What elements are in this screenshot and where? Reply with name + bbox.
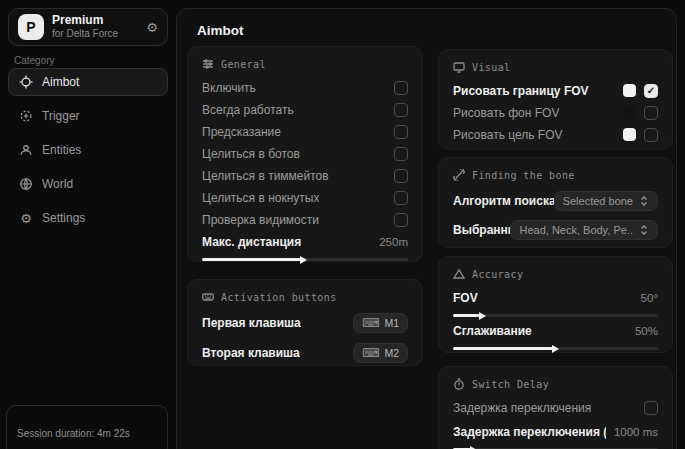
bone-icon: [453, 169, 465, 181]
sidebar-item-world[interactable]: World: [8, 170, 168, 198]
max-distance-slider[interactable]: [202, 258, 408, 261]
checkbox-fov-background[interactable]: [644, 106, 658, 120]
slider-fill[interactable]: [202, 258, 301, 261]
checkbox-fov-border[interactable]: ✓: [644, 84, 658, 98]
slider-label: Сглаживание: [453, 324, 532, 338]
chevrons-up-down-icon: [639, 196, 649, 206]
toggle-label: Проверка видимости: [202, 213, 319, 227]
slider-label: Макс. дистанция: [202, 235, 301, 249]
visual-label: Рисовать фон FOV: [453, 106, 559, 120]
sidebar-item-label: Trigger: [42, 109, 80, 123]
smoothing-slider[interactable]: [453, 347, 658, 350]
card-switch-delay: Switch Delay Задержка переключения Задер…: [438, 366, 673, 449]
toggle-row-target-knocked: Целиться в нокнутых: [202, 190, 408, 205]
bone-label: Выбранные кости: [453, 223, 510, 237]
keyboard-icon: ⌨: [362, 316, 379, 330]
brand-logo: P: [18, 14, 44, 40]
bone-label: Алгоритм поиска кости: [453, 194, 554, 208]
checkbox-fov-target[interactable]: [644, 128, 658, 142]
toggle-label: Целиться в ботов: [202, 147, 300, 161]
card-general: General Включить Всегда работать Предска…: [187, 46, 423, 262]
slider-fill[interactable]: [453, 347, 553, 350]
slider-value: 50%: [635, 325, 658, 337]
slider-fill[interactable]: [453, 314, 480, 317]
brand-card: P Premium for Delta Force ⚙: [8, 8, 168, 46]
keybind-row-secondary: Вторая клавиша ⌨ M2: [202, 343, 408, 363]
sidebar-item-label: Entities: [42, 143, 81, 157]
max-distance-row: Макс. дистанция 250m: [202, 234, 408, 249]
card-visual: Visual Рисовать границу FOV ✓ Рисовать ф…: [438, 49, 673, 150]
timer-icon: [453, 378, 465, 390]
users-icon: [19, 143, 33, 157]
switch-delay-toggle-row: Задержка переключения: [453, 400, 658, 415]
toggle-row-enable: Включить: [202, 80, 408, 95]
toggle-label: Включить: [202, 81, 256, 95]
card-accuracy: Accuracy FOV 50° Сглаживание 50%: [438, 256, 673, 353]
checkbox-target-bots[interactable]: [394, 147, 408, 161]
sidebar-item-settings[interactable]: ⚙ Settings: [8, 204, 168, 232]
visual-row-fov-background: Рисовать фон FOV: [453, 105, 658, 120]
keybind-button-primary[interactable]: ⌨ M1: [353, 313, 408, 333]
slider-value: 50°: [641, 292, 658, 304]
app-window: P Premium for Delta Force ⚙ Category Aim…: [0, 0, 685, 449]
toggle-row-visibility-check: Проверка видимости: [202, 212, 408, 227]
card-general-header: General: [202, 58, 408, 70]
brand-subtitle: for Delta Force: [52, 28, 146, 40]
bone-algorithm-select[interactable]: Selected bone: [554, 191, 658, 211]
bone-row-selected: Выбранные кости Head, Neck, Body, Pe..: [453, 220, 658, 240]
sidebar-item-label: World: [42, 177, 73, 191]
sidebar-item-entities[interactable]: Entities: [8, 136, 168, 164]
color-swatch[interactable]: [623, 128, 636, 141]
slider-label: FOV: [453, 291, 478, 305]
slider-value: 1000 ms: [614, 426, 658, 438]
visual-row-fov-border: Рисовать границу FOV ✓: [453, 83, 658, 98]
keyboard-icon: [202, 291, 214, 303]
bone-row-algorithm: Алгоритм поиска кости Selected bone: [453, 191, 658, 211]
sidebar-item-trigger[interactable]: Trigger: [8, 102, 168, 130]
keybind-value: M2: [384, 347, 399, 359]
toggle-label: Всегда работать: [202, 103, 294, 117]
checkbox-enable[interactable]: [394, 81, 408, 95]
card-title-text: General: [221, 59, 266, 70]
checkbox-prediction[interactable]: [394, 125, 408, 139]
toggle-row-target-teammates: Целиться в тиммейтов: [202, 168, 408, 183]
dropdown-value: Selected bone: [563, 195, 633, 207]
triangle-icon: [453, 268, 465, 280]
checkbox-target-knocked[interactable]: [394, 191, 408, 205]
checkbox-switch-delay[interactable]: [644, 401, 658, 415]
toggle-row-always-work: Всегда работать: [202, 102, 408, 117]
checkbox-visibility-check[interactable]: [394, 213, 408, 227]
sliders-icon: [202, 58, 214, 70]
keybind-value: M1: [384, 317, 399, 329]
globe-icon: [19, 177, 33, 191]
toggle-label: Предсказание: [202, 125, 281, 139]
color-swatch[interactable]: [623, 84, 636, 97]
visual-controls: ✓: [623, 84, 658, 98]
chevrons-up-down-icon: [639, 225, 649, 235]
visual-controls: [623, 106, 658, 120]
card-accuracy-header: Accuracy: [453, 268, 658, 280]
visual-label: Рисовать границу FOV: [453, 84, 589, 98]
gear-icon[interactable]: ⚙: [146, 20, 158, 35]
session-box: Session duration: 4m 22s: [6, 405, 168, 449]
crosshair-icon: [19, 75, 33, 89]
visual-label: Рисовать цель FOV: [453, 128, 563, 142]
keybind-button-secondary[interactable]: ⌨ M2: [353, 343, 408, 363]
card-switch-header: Switch Delay: [453, 378, 658, 390]
color-swatch[interactable]: [623, 106, 636, 119]
toggle-label: Задержка переключения: [453, 401, 591, 415]
sidebar-item-label: Settings: [42, 211, 85, 225]
selected-bones-select[interactable]: Head, Neck, Body, Pe..: [510, 220, 658, 240]
checkbox-target-teammates[interactable]: [394, 169, 408, 183]
checkbox-always-work[interactable]: [394, 103, 408, 117]
switch-delay-slider-row: Задержка переключения (мс) 1000 ms: [453, 424, 658, 439]
card-title-text: Visual: [472, 62, 511, 73]
session-duration: Session duration: 4m 22s: [17, 428, 157, 439]
card-title-text: Finding the bone: [472, 170, 575, 181]
visual-controls: [623, 128, 658, 142]
fov-slider[interactable]: [453, 314, 658, 317]
main-panel: Aimbot General Включить Всегда работать …: [176, 8, 677, 449]
dropdown-value: Head, Neck, Body, Pe..: [519, 224, 633, 236]
brand-title: Premium: [52, 14, 146, 28]
sidebar-item-aimbot[interactable]: Aimbot: [8, 68, 168, 96]
